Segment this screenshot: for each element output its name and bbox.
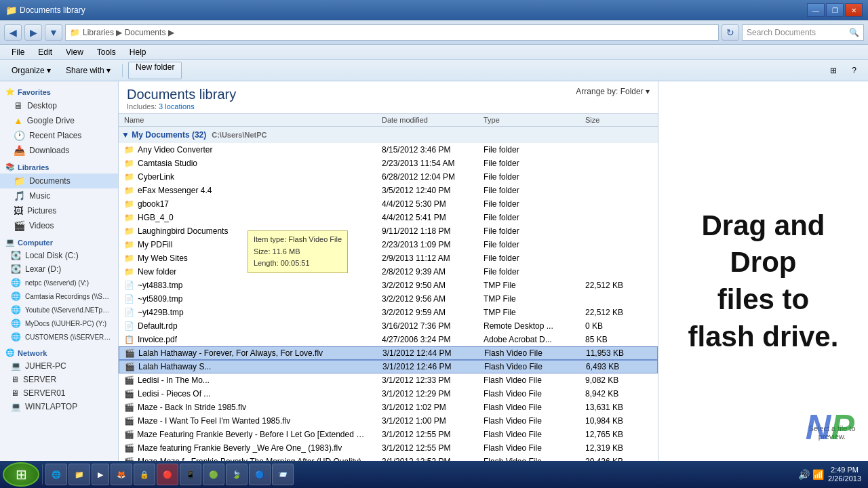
table-row[interactable]: 🎬Maze - I Want To Feel I'm Wanted 1985.f… [119, 414, 658, 428]
taskbar-ie[interactable]: 🌐 [45, 464, 67, 485]
taskbar-firefox[interactable]: 🦊 [111, 464, 132, 485]
libraries-section: 📚 Libraries 📁Documents 🎵Music 🖼Pictures … [0, 161, 118, 233]
help-button[interactable]: ? [846, 62, 863, 79]
taskbar-app5[interactable]: 🔒 [134, 464, 155, 485]
table-row[interactable]: 📁My PDFill 2/23/2013 1:09 PM File folder [119, 238, 658, 251]
table-row[interactable]: 🎬Maze - Back In Stride 1985.flv 3/1/2012… [119, 401, 658, 414]
tooltip-length: Length: 00:05:51 [254, 258, 342, 270]
taskbar-explorer[interactable]: 📁 [68, 464, 90, 485]
table-row[interactable]: 📁CyberLink 6/28/2012 12:04 PM File folde… [119, 170, 658, 184]
sidebar-item-juherpc[interactable]: 💻JUHER-PC [0, 359, 118, 373]
table-row[interactable]: 📁gbook17 4/4/2012 5:30 PM File folder [119, 197, 658, 211]
taskbar-right: 🔊 📶 2:49 PM 2/26/2013 [798, 466, 865, 483]
np-logo: NP [806, 407, 854, 447]
file-list: ▼ My Documents (32) C:\Users\NetPC 📁Any … [119, 127, 658, 481]
drag-drop-text: Drag and Drop files to flash drive. [672, 207, 854, 355]
col-size-header[interactable]: Size [580, 116, 648, 124]
table-row[interactable]: 📄Default.rdp 3/16/2012 7:36 PM Remote De… [119, 319, 658, 333]
table-row[interactable]: 📁HGB_4_0 4/4/2012 5:41 PM File folder [119, 211, 658, 224]
sidebar-item-googledrive[interactable]: ▲Google Drive [0, 113, 118, 128]
table-row[interactable]: 📄~yt5809.tmp 3/2/2012 9:56 AM TMP File [119, 292, 658, 306]
edit-menu[interactable]: Edit [32, 43, 58, 61]
col-name-header[interactable]: Name [119, 116, 376, 124]
table-row[interactable]: 📁Laughingbird Documents 9/11/2012 1:18 P… [119, 224, 658, 238]
sidebar-item-win7laptop[interactable]: 💻WIN7LAPTOP [0, 400, 118, 413]
view-menu[interactable]: View [60, 43, 90, 61]
restore-button[interactable]: ❐ [826, 3, 844, 17]
taskbar-app10[interactable]: 🔵 [249, 464, 271, 485]
back-button[interactable]: ◀ [4, 24, 22, 41]
table-row[interactable]: 🎬Lalah Hathaway - Forever, For Always, F… [119, 346, 658, 360]
sidebar-item-lexar[interactable]: 💽Lexar (D:) [0, 262, 118, 276]
title-bar-left: 📁 Documents library [5, 5, 85, 16]
close-button[interactable]: ✕ [845, 3, 863, 17]
table-row[interactable]: 📁eFax Messenger 4.4 3/5/2012 12:40 PM Fi… [119, 184, 658, 197]
file-tooltip: Item type: Flash Video File Size: 11.6 M… [248, 230, 348, 273]
search-box[interactable]: Search Documents 🔍 [742, 24, 864, 41]
sidebar-item-localdisk[interactable]: 💽Local Disk (C:) [0, 249, 118, 262]
taskbar-app11[interactable]: 📨 [272, 464, 294, 485]
taskbar-app7[interactable]: 📱 [180, 464, 201, 485]
col-date-header[interactable]: Date modified [376, 116, 478, 124]
taskbar-app9[interactable]: 🍃 [226, 464, 248, 485]
sidebar-item-server[interactable]: 🖥SERVER [0, 373, 118, 386]
sidebar-item-documents[interactable]: 📁Documents [0, 174, 118, 188]
sidebar-item-netpc[interactable]: 🌐netpc (\\server\d) (V:) [0, 276, 118, 289]
file-menu[interactable]: File [5, 43, 31, 61]
col-type-header[interactable]: Type [478, 116, 580, 124]
table-row[interactable]: 📁New folder 2/8/2012 9:39 AM File folder [119, 265, 658, 279]
locations-link[interactable]: 3 locations [159, 102, 195, 110]
tooltip-item-type: Item type: Flash Video File [254, 234, 342, 246]
title-bar: 📁 Documents library — ❐ ✕ [0, 0, 868, 20]
address-input[interactable]: 📁 Libraries ▶ Documents ▶ [65, 24, 719, 41]
taskbar-app8[interactable]: 🟢 [203, 464, 224, 485]
sidebar: ⭐ Favorites 🖥Desktop ▲Google Drive 🕐Rece… [0, 81, 119, 481]
taskbar-wmp[interactable]: ▶ [92, 464, 109, 485]
taskbar-separator [42, 464, 43, 485]
sidebar-item-music[interactable]: 🎵Music [0, 188, 118, 203]
organize-button[interactable]: Organize ▾ [5, 62, 57, 79]
clock: 2:49 PM 2/26/2013 [828, 466, 861, 483]
sidebar-item-customers[interactable]: 🌐CUSTOMERS (\\SERVER01\NetPC) [0, 330, 118, 344]
forward-button[interactable]: ▶ [24, 24, 42, 41]
table-row[interactable]: 📋Invoice.pdf 4/27/2006 3:24 PM Adobe Acr… [119, 333, 658, 346]
table-row[interactable]: 📁Camtasia Studio 2/23/2013 11:54 AM File… [119, 157, 658, 170]
table-row[interactable]: 🎬Maze featuring Frankie Beverly _We Are … [119, 441, 658, 455]
refresh-button[interactable]: ↻ [722, 24, 739, 41]
table-row[interactable]: 📄~yt4883.tmp 3/2/2012 9:50 AM TMP File 2… [119, 279, 658, 292]
recent-button[interactable]: ▼ [45, 24, 62, 41]
favorites-header: ⭐ Favorites [0, 85, 118, 98]
table-row[interactable]: 📁Any Video Converter 8/15/2012 3:46 PM F… [119, 143, 658, 157]
sidebar-item-videos[interactable]: 🎬Videos [0, 218, 118, 233]
sidebar-item-desktop[interactable]: 🖥Desktop [0, 98, 118, 113]
table-row[interactable]: 🎬Ledisi - Pieces Of ... 3/1/2012 12:29 P… [119, 387, 658, 401]
start-button[interactable]: ⊞ [3, 462, 39, 487]
table-row[interactable]: 📁My Web Sites 2/9/2013 11:12 AM File fol… [119, 251, 658, 265]
tooltip-size: Size: 11.6 MB [254, 246, 342, 258]
share-button[interactable]: Share with ▾ [60, 62, 117, 79]
sidebar-item-pictures[interactable]: 🖼Pictures [0, 203, 118, 218]
sidebar-item-server01[interactable]: 🖥SERVER01 [0, 386, 118, 400]
network-header: 🌐 Network [0, 346, 118, 359]
sidebar-item-mydocs[interactable]: 🌐MyDocs (\\JUHER-PC) (Y:) [0, 317, 118, 330]
table-row[interactable]: 🎬Lalah Hathaway S... 3/1/2012 12:46 PM F… [119, 360, 658, 373]
sidebar-item-recentplaces[interactable]: 🕐Recent Places [0, 128, 118, 143]
main-container: ⭐ Favorites 🖥Desktop ▲Google Drive 🕐Rece… [0, 81, 868, 481]
table-row[interactable]: 🎬Ledisi - In The Mo... 3/1/2012 12:33 PM… [119, 373, 658, 387]
window-title: Documents library [20, 5, 85, 15]
table-row[interactable]: 🎬Maze Featuring Frankie Beverly - Before… [119, 428, 658, 441]
taskbar-app6[interactable]: 🔴 [157, 464, 178, 485]
sidebar-item-camtasia-recordings[interactable]: 🌐Camtasia Recordings (\\Server\d.NV) [0, 289, 118, 303]
view-options-button[interactable]: ⊞ [824, 62, 843, 79]
help-menu[interactable]: Help [123, 43, 153, 61]
tools-menu[interactable]: Tools [91, 43, 122, 61]
toolbar: Organize ▾ Share with ▾ New folder ⊞ ? [0, 60, 868, 81]
preview-panel: Drag and Drop files to flash drive. Sele… [658, 81, 868, 481]
minimize-button[interactable]: — [807, 3, 825, 17]
arrange-by[interactable]: Arrange by: Folder ▾ [576, 87, 650, 96]
network-section: 🌐 Network 💻JUHER-PC 🖥SERVER 🖥SERVER01 💻W… [0, 346, 118, 413]
new-folder-button[interactable]: New folder [128, 62, 182, 79]
sidebar-item-downloads[interactable]: 📥Downloads [0, 143, 118, 158]
table-row[interactable]: 📄~yt429B.tmp 3/2/2012 9:59 AM TMP File 2… [119, 306, 658, 319]
sidebar-item-youtube[interactable]: 🌐Youtube (\\Server\d.NETpc\Prom [0, 303, 118, 317]
